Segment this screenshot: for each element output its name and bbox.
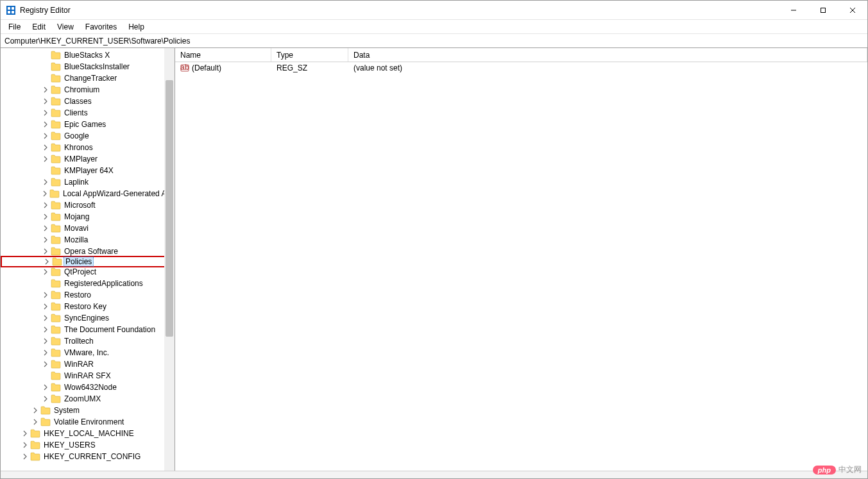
chevron-right-icon[interactable]	[42, 236, 49, 244]
tree-item-label: RegisteredApplications	[63, 279, 144, 288]
watermark: php 中文网	[813, 464, 862, 475]
chevron-right-icon[interactable]	[21, 430, 29, 437]
tree-item[interactable]: VMware, Inc.	[1, 347, 174, 358]
chevron-right-icon[interactable]	[42, 178, 49, 186]
menu-edit[interactable]: Edit	[27, 21, 51, 33]
chevron-right-icon[interactable]	[42, 268, 49, 276]
chevron-right-icon[interactable]	[42, 201, 49, 209]
tree-item[interactable]: BlueStacksInstaller	[1, 61, 174, 72]
status-bar	[1, 471, 867, 478]
tree-item[interactable]: Laplink	[1, 176, 174, 188]
chevron-right-icon[interactable]	[42, 303, 49, 310]
minimize-button[interactable]	[779, 1, 808, 19]
values-list[interactable]: ab(Default)REG_SZ(value not set)	[175, 62, 867, 471]
chevron-right-icon[interactable]	[42, 109, 49, 117]
folder-icon	[49, 279, 63, 288]
chevron-right-icon[interactable]	[21, 441, 29, 449]
chevron-right-icon[interactable]	[42, 224, 49, 232]
chevron-right-icon[interactable]	[42, 86, 49, 94]
tree-item[interactable]: WinRAR SFX	[1, 370, 174, 382]
tree-scrollbar[interactable]	[164, 48, 174, 471]
tree-item[interactable]: Wow6432Node	[1, 382, 174, 393]
value-name: (Default)	[192, 63, 221, 72]
tree-item[interactable]: QtProject	[1, 266, 174, 278]
menu-view[interactable]: View	[52, 21, 79, 33]
chevron-right-icon[interactable]	[42, 360, 49, 368]
tree-item[interactable]: HKEY_CURRENT_CONFIG	[1, 451, 174, 462]
tree-item[interactable]: RegisteredApplications	[1, 278, 174, 289]
tree-item[interactable]: Clients	[1, 107, 174, 119]
close-button[interactable]	[838, 1, 867, 19]
chevron-right-icon[interactable]	[42, 213, 49, 221]
tree-item[interactable]: Restoro Key	[1, 301, 174, 312]
tree-item[interactable]: Chromium	[1, 84, 174, 96]
tree-item[interactable]: Movavi	[1, 223, 174, 234]
tree-item[interactable]: KMPlayer	[1, 153, 174, 165]
tree-item[interactable]: System	[1, 405, 174, 416]
svg-rect-2	[12, 7, 14, 10]
titlebar: Registry Editor	[1, 1, 867, 20]
tree-item-label: Local AppWizard-Generated Applications	[62, 189, 175, 198]
tree-item[interactable]: HKEY_USERS	[1, 439, 174, 451]
menu-file[interactable]: File	[3, 21, 26, 33]
menu-favorites[interactable]: Favorites	[80, 21, 122, 33]
tree-scroll-thumb[interactable]	[166, 80, 173, 337]
tree-item-label: Restoro Key	[63, 302, 108, 311]
chevron-right-icon[interactable]	[42, 395, 49, 403]
tree-item[interactable]: Google	[1, 130, 174, 142]
value-row[interactable]: ab(Default)REG_SZ(value not set)	[175, 62, 867, 74]
chevron-right-icon[interactable]	[42, 190, 48, 197]
tree-item[interactable]: Trolltech	[1, 335, 174, 347]
col-header-type[interactable]: Type	[271, 48, 348, 62]
address-bar[interactable]: Computer\HKEY_CURRENT_USER\Software\Poli…	[1, 34, 867, 48]
chevron-right-icon[interactable]	[42, 155, 49, 163]
maximize-button[interactable]	[808, 1, 838, 19]
folder-icon	[49, 314, 63, 323]
col-header-data[interactable]: Data	[348, 48, 867, 62]
chevron-right-icon[interactable]	[42, 349, 49, 357]
tree-item[interactable]: Volatile Environment	[1, 416, 174, 428]
tree-item[interactable]: Microsoft	[1, 199, 174, 211]
tree-item-label: Opera Software	[63, 247, 119, 256]
tree-item-label: Laplink	[63, 178, 90, 187]
tree-pane[interactable]: BlueStacks XBlueStacksInstallerChangeTra…	[1, 48, 175, 471]
col-header-name[interactable]: Name	[175, 48, 271, 62]
tree-item[interactable]: WinRAR	[1, 358, 174, 370]
tree-item-label: HKEY_LOCAL_MACHINE	[42, 429, 135, 438]
content-area: BlueStacks XBlueStacksInstallerChangeTra…	[1, 48, 867, 471]
chevron-right-icon[interactable]	[43, 258, 51, 265]
tree-item[interactable]: Khronos	[1, 142, 174, 153]
chevron-right-icon[interactable]	[42, 121, 49, 128]
chevron-right-icon[interactable]	[31, 418, 39, 426]
tree-item[interactable]: SyncEngines	[1, 312, 174, 324]
chevron-right-icon[interactable]	[42, 337, 49, 345]
menu-help[interactable]: Help	[123, 21, 149, 33]
folder-icon	[49, 302, 63, 311]
tree-item[interactable]: Epic Games	[1, 119, 174, 130]
chevron-right-icon[interactable]	[42, 383, 49, 391]
chevron-right-icon[interactable]	[42, 314, 49, 322]
chevron-right-icon[interactable]	[42, 248, 49, 255]
tree-item[interactable]: KMPlayer 64X	[1, 165, 174, 176]
tree-item[interactable]: ChangeTracker	[1, 72, 174, 84]
chevron-right-icon[interactable]	[42, 326, 49, 333]
svg-rect-3	[8, 11, 10, 13]
chevron-right-icon[interactable]	[42, 291, 49, 299]
tree-item[interactable]: ZoomUMX	[1, 393, 174, 405]
tree-item[interactable]: HKEY_LOCAL_MACHINE	[1, 428, 174, 439]
tree-item[interactable]: Classes	[1, 96, 174, 107]
tree-item[interactable]: Mojang	[1, 211, 174, 223]
tree-item-label: System	[53, 406, 81, 415]
chevron-right-icon[interactable]	[31, 407, 39, 414]
chevron-right-icon[interactable]	[42, 132, 49, 140]
tree-item[interactable]: Mozilla	[1, 234, 174, 246]
folder-icon	[49, 394, 63, 403]
chevron-right-icon[interactable]	[21, 453, 29, 460]
tree-item[interactable]: Local AppWizard-Generated Applications	[1, 188, 174, 199]
tree-item[interactable]: Restoro	[1, 289, 174, 301]
tree-item-label: KMPlayer 64X	[63, 166, 115, 175]
tree-item[interactable]: The Document Foundation	[1, 324, 174, 335]
tree-item[interactable]: BlueStacks X	[1, 49, 174, 61]
chevron-right-icon[interactable]	[42, 144, 49, 151]
chevron-right-icon[interactable]	[42, 97, 49, 105]
